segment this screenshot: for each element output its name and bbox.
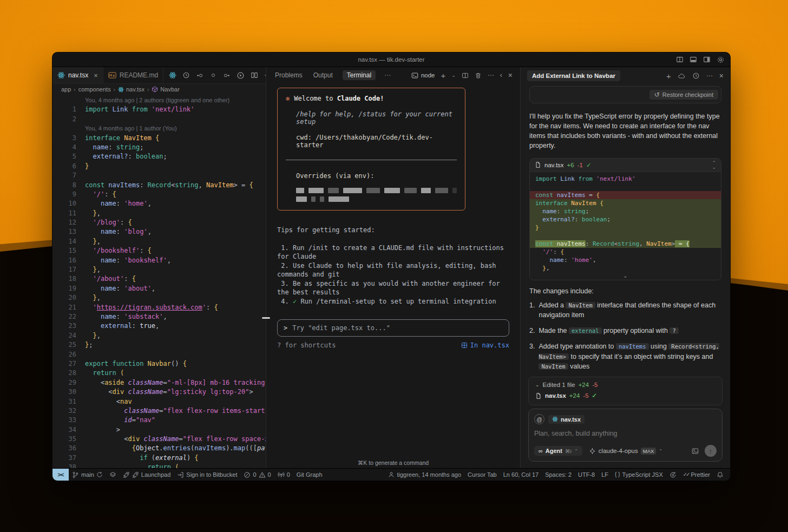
statusbar-bitbucket-sign-in[interactable]: Sign in to Bitbucket [174,469,240,481]
code-line[interactable]: 3interface NavItem { [52,134,266,143]
ide-context-indicator[interactable]: In nav.tsx [461,341,509,349]
new-chat-icon[interactable]: + [666,72,671,80]
model-selector[interactable]: claude-4-opus MAX ⌃ [589,448,662,455]
diff-expand-icon[interactable]: ⌄ [530,273,721,280]
code-line[interactable]: 16 name: 'bookshelf', [52,256,266,265]
chat-more-icon[interactable]: ⋯ [706,73,713,79]
code-line[interactable]: 28 return ( [52,369,266,378]
code-line[interactable]: 17 }, [52,265,266,274]
split-terminal-icon[interactable] [462,72,469,79]
code-line[interactable]: 20 }, [52,293,266,303]
code-editor[interactable]: You, 4 months ago | 2 authors (tiggreen … [52,95,266,468]
statusbar-indentation[interactable]: Spaces: 2 [542,469,575,481]
panel-more-icon[interactable]: ⋯ [384,72,391,78]
code-line[interactable]: 34 > [52,425,266,435]
editor-tab-README.md[interactable]: README.md [103,67,163,83]
code-line[interactable]: 35 <div className="flex flex-row space-x… [52,435,266,444]
panel-collapse-left-icon[interactable]: ‹ [500,72,502,78]
code-line[interactable]: 1import Link from 'next/link' [52,105,266,114]
code-line[interactable]: 5 external?: boolean; [52,152,266,161]
code-line[interactable]: 8const navItems: Record<string, NavItem>… [52,181,266,190]
code-line[interactable]: 38 return ( [52,463,266,468]
remote-indicator[interactable]: >< [52,469,69,481]
edited-files-card[interactable]: ⌄ Edited 1 file +24 -5 nav.tsx +24 -5 ✓ [528,377,723,405]
statusbar-notifications[interactable] [713,469,727,481]
chat-messages[interactable]: ↺Restore checkpoint I'll help you fix th… [521,84,730,377]
diff-card-header[interactable]: nav.tsx +6 -1 ✓ ⌃⌄ [530,159,721,172]
statusbar-cursor-position[interactable]: Ln 60, Col 17 [500,469,542,481]
compare-previous-icon[interactable] [196,72,204,79]
diff-collapse-icon[interactable]: ⌃⌄ [712,161,716,169]
statusbar-problems[interactable]: 00 [240,469,274,481]
code-line[interactable]: 14 }, [52,237,266,246]
code-line[interactable]: 22 name: 'substack', [52,312,266,321]
terminal-content[interactable]: ✻Welcome to Claude Code! /help for help,… [266,83,520,468]
statusbar-git-branch[interactable]: main [69,469,106,481]
code-line[interactable]: 6} [52,162,266,171]
react-refactor-icon[interactable] [169,71,176,79]
chat-input-placeholder[interactable]: Plan, search, build anything [534,430,717,437]
panel-tab-output[interactable]: Output [312,70,334,80]
statusbar-prettier[interactable]: ✓✓Prettier [680,469,713,481]
code-line[interactable]: 25}; [52,340,266,350]
statusbar-eol[interactable]: LF [598,469,612,481]
code-line[interactable]: 7 [52,171,266,180]
code-line[interactable]: 24 }, [52,331,266,340]
panel-resize-handle[interactable] [262,317,270,319]
statusbar-feedback[interactable]: 0 [274,469,293,481]
close-chat-icon[interactable]: × [719,72,724,80]
code-line[interactable]: 9 '/': { [52,190,266,199]
add-context-button[interactable]: @ [534,414,544,424]
agent-mode-selector[interactable]: ∞ Agent ⌘I ⌃ [534,446,582,456]
code-line[interactable]: 37 if (external) { [52,454,266,463]
code-line[interactable]: 12 '/blog': { [52,218,266,227]
titlebar[interactable]: nav.tsx — tik.dev-starter [52,52,730,67]
statusbar-settings-sync[interactable] [666,469,680,481]
code-line[interactable]: 4 name: string; [52,143,266,152]
code-line[interactable]: 10 name: 'home', [52,199,266,208]
code-line[interactable]: 13 name: 'blog', [52,227,266,237]
code-line[interactable]: 11 }, [52,209,266,218]
code-line[interactable]: 27export function Navbar() { [52,359,266,369]
run-code-icon[interactable] [237,71,245,80]
restore-checkpoint-button[interactable]: ↺Restore checkpoint [649,90,718,100]
statusbar-encoding[interactable]: UTF-8 [575,469,598,481]
terminal-dropdown-icon[interactable]: ⌄ [451,73,456,78]
statusbar-git-blame[interactable]: tiggreen, 14 months ago [385,469,464,481]
edited-file-name[interactable]: nav.tsx [545,392,566,399]
code-line[interactable]: 2 [52,115,266,124]
code-line[interactable]: 23 external: true, [52,321,266,331]
statusbar-compare-changes[interactable] [106,469,120,481]
layout-columns-icon[interactable] [676,56,684,63]
split-editor-icon[interactable] [251,71,258,79]
terminal-instance-node[interactable]: node [411,72,435,79]
breadcrumb-item-nav.tsx[interactable]: nav.tsx [118,86,145,93]
history-icon[interactable] [692,72,700,80]
context-file-chip[interactable]: nav.tsx [548,415,585,424]
code-line[interactable]: 18 '/about': { [52,274,266,284]
code-line[interactable]: 15 '/bookshelf': { [52,246,266,255]
code-line[interactable]: 31 <nav [52,397,266,406]
code-line[interactable]: 32 className="flex flex-row items-start … [52,406,266,416]
statusbar-cursor-tab[interactable]: Cursor Tab [464,469,500,481]
statusbar-git-graph[interactable]: Git Graph [293,469,326,481]
panel-tab-problems[interactable]: Problems [274,70,304,80]
code-line[interactable]: 33 id="nav" [52,416,266,425]
chat-session-tab[interactable]: Add External Link to Navbar [527,70,620,81]
cloud-icon[interactable] [678,73,686,80]
code-line[interactable]: 26 [52,350,266,359]
toggle-panel-icon[interactable] [690,56,697,63]
close-tab-icon[interactable]: × [94,71,98,80]
code-line[interactable]: 29 <aside className="-ml-[8px] mb-16 tra… [52,378,266,387]
editor-tab-nav.tsx[interactable]: nav.tsx× [52,67,103,83]
code-line[interactable]: 36 {Object.entries(navItems).map(([path [52,444,266,453]
breadcrumb-item-components[interactable]: components [78,86,111,93]
close-panel-icon[interactable]: × [508,71,513,79]
chat-input-box[interactable]: @ nav.tsx Plan, search, build anything ∞… [528,409,723,462]
statusbar-language-mode[interactable]: { }TypeScript JSX [612,469,666,481]
toggle-sidebar-right-icon[interactable] [703,56,711,63]
compare-commit-icon[interactable] [210,72,216,78]
settings-gear-icon[interactable] [717,56,725,64]
code-line[interactable]: 19 name: 'about', [52,284,266,293]
attach-image-icon[interactable] [691,448,699,455]
